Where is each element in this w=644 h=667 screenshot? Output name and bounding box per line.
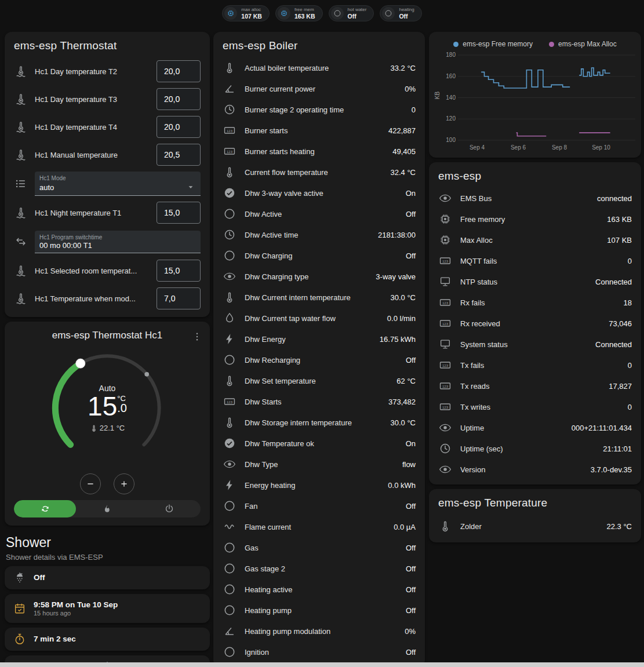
entity-row[interactable]: NTP statusConnected (429, 271, 641, 292)
badge-heating[interactable]: heatingOff (380, 5, 421, 21)
mode-auto-button[interactable] (14, 500, 76, 517)
entity-row[interactable]: Dhw Energy16.75 kWh (213, 329, 425, 349)
entity-row[interactable]: Hc1 Night temperature T115,0 (5, 199, 210, 227)
entity-row[interactable]: Dhw ActiveOff (213, 203, 425, 224)
entity-row[interactable]: Dhw Typeflow (213, 454, 425, 475)
badge-hot-water[interactable]: hot waterOff (329, 5, 374, 21)
entity-row[interactable]: Hc1 Day temperature T220,0 (5, 57, 210, 85)
entity-value: 49,405 (392, 147, 416, 156)
entity-row[interactable]: Hc1 Day temperature T420,0 (5, 113, 210, 141)
number-input[interactable]: 15,0 (157, 202, 201, 224)
eye-icon (438, 462, 452, 476)
entity-row[interactable]: Gas stage 2Off (213, 558, 425, 579)
entity-row[interactable]: Version3.7.0-dev.35 (429, 459, 641, 480)
entity-row[interactable]: Burner starts422,887 (213, 120, 425, 141)
entity-row[interactable]: Heating activeOff (213, 579, 425, 600)
menu-dots-icon[interactable] (189, 329, 205, 345)
entity-row[interactable]: Hc1 Day temperature T320,0 (5, 85, 210, 113)
entity-row[interactable]: System statusConnected (429, 334, 641, 355)
entity-label: Gas stage 2 (245, 564, 398, 573)
entity-row[interactable]: Dhw Current tap water flow0.0 l/min (213, 308, 425, 329)
shower-last-time-card[interactable]: 9:58 PM on Tue 10 Sep15 hours ago (5, 594, 210, 623)
entity-row[interactable]: Uptime000+21:11:01.434 (429, 417, 641, 438)
entity-row[interactable]: Energy heating0.0 kWh (213, 475, 425, 495)
shower-state-card[interactable]: Off (5, 566, 210, 589)
counter-icon (438, 379, 452, 393)
x-axis-tick: Sep 10 (585, 144, 617, 151)
entity-row[interactable]: Tx fails0 (429, 355, 641, 376)
thermostat-dial-card: ems-esp Thermostat Hc1 Auto 15°C.0 22.1 … (5, 322, 210, 526)
entity-row[interactable]: Burner stage 2 operating time0 (213, 99, 425, 120)
entity-row[interactable]: Dhw Current intern temperature30.0 °C (213, 287, 425, 308)
entity-row[interactable]: Hc1 Manual temperature20,5 (5, 141, 210, 169)
entity-label: Ignition (245, 648, 398, 657)
badge-max-alloc[interactable]: max alloc107 KB (222, 5, 270, 21)
thermometer-water-icon (14, 64, 28, 78)
thermostat-dial[interactable] (43, 344, 172, 472)
entity-row[interactable]: Burner starts heating49,405 (213, 141, 425, 162)
number-input[interactable]: 15,0 (157, 260, 201, 282)
auto-mode-icon (40, 504, 50, 514)
horizontal-scrollbar[interactable] (0, 662, 644, 667)
counter-icon (438, 316, 452, 330)
entity-row[interactable]: Flame current0.0 µA (213, 516, 425, 537)
number-input[interactable]: 20,0 (157, 88, 201, 110)
flame-icon (102, 504, 112, 514)
number-input[interactable]: 7,0 (157, 287, 201, 309)
entity-row[interactable]: Actual boiler temperature33.2 °C (213, 57, 425, 78)
entity-row[interactable]: Max Alloc107 KB (429, 229, 641, 250)
mode-off-button[interactable] (139, 500, 201, 517)
temp-increase-button[interactable] (114, 473, 134, 494)
entity-row[interactable]: Burner current power0% (213, 78, 425, 99)
entity-row[interactable]: Dhw Charging type3-way valve (213, 266, 425, 287)
entity-row[interactable]: Dhw Temperature okOn (213, 433, 425, 454)
entity-label: Burner stage 2 operating time (245, 105, 403, 114)
entity-row[interactable]: Hc1 Temperature when mod...7,0 (5, 285, 210, 312)
entity-label: Burner starts heating (245, 147, 384, 156)
entity-row[interactable]: IgnitionOff (213, 642, 425, 662)
entity-row[interactable]: Tx writes0 (429, 396, 641, 417)
legend-item[interactable]: ems-esp Max Alloc (549, 40, 617, 48)
current-temp-marker (144, 372, 149, 377)
entity-row[interactable]: Dhw Storage intern temperature30.0 °C (213, 412, 425, 433)
entity-row[interactable]: MQTT fails0 (429, 250, 641, 271)
thermostat-settings-card: ems-esp Thermostat Hc1 Day temperature T… (5, 32, 210, 317)
entity-value: 0% (405, 627, 416, 636)
legend-item[interactable]: ems-esp Free memory (453, 40, 533, 48)
entity-row[interactable]: Rx received73,046 (429, 313, 641, 334)
entity-row[interactable]: Hc1 Selected room temperat...15,0 (5, 257, 210, 285)
entity-row[interactable]: Dhw ChargingOff (213, 245, 425, 266)
entity-row[interactable]: Dhw Starts373,482 (213, 391, 425, 412)
entity-value: flow (402, 460, 416, 469)
memory-icon (224, 7, 237, 20)
entity-row[interactable]: Current flow temperature32.4 °C (213, 162, 425, 183)
entity-row[interactable]: Heating pumpOff (213, 600, 425, 621)
temp-decrease-button[interactable] (80, 473, 101, 494)
entity-row[interactable]: Dhw 3-way valve activeOn (213, 183, 425, 203)
entity-row[interactable]: Zolder22.3 °C (429, 515, 641, 538)
entity-label: Dhw Charging type (245, 272, 368, 281)
mode-heat-button[interactable] (76, 500, 138, 517)
entity-row[interactable]: Dhw Active time2181:38:00 (213, 224, 425, 245)
badge-free-mem[interactable]: free mem163 KB (275, 5, 323, 21)
shower-duration-card[interactable]: 7 min 2 sec (5, 628, 210, 651)
mode-select[interactable]: Hc1 Modeauto (35, 172, 201, 196)
entity-row[interactable]: EMS Busconnected (429, 188, 641, 209)
entity-row[interactable]: FanOff (213, 495, 425, 516)
number-input[interactable]: 20,0 (157, 60, 201, 82)
number-input[interactable]: 20,5 (157, 144, 201, 166)
program-switchtime-input[interactable]: Hc1 Program switchtime00 mo 00:00 T1 (35, 231, 201, 253)
entity-row[interactable]: Rx fails18 (429, 292, 641, 313)
entity-row[interactable]: Heating pump modulation0% (213, 621, 425, 642)
entity-row[interactable]: Dhw RechargingOff (213, 349, 425, 370)
number-input[interactable]: 20,0 (157, 116, 201, 138)
counter-icon (223, 395, 237, 409)
thermometer-water-icon (14, 291, 28, 305)
entity-row[interactable]: Uptime (sec)21:11:01 (429, 438, 641, 459)
entity-row[interactable]: GasOff (213, 537, 425, 558)
entity-row[interactable]: Tx reads17,827 (429, 376, 641, 396)
entity-value: Off (406, 564, 416, 573)
entity-row[interactable]: Dhw Set temperature62 °C (213, 370, 425, 391)
entity-label: Heating pump modulation (245, 627, 396, 636)
entity-row[interactable]: Free memory163 KB (429, 209, 641, 229)
